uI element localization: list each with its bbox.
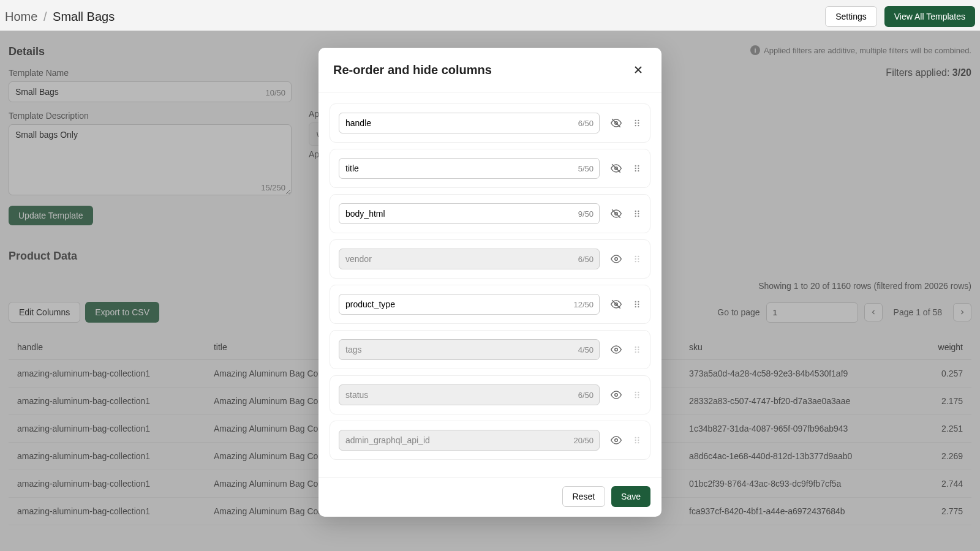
drag-handle-icon[interactable] bbox=[633, 208, 641, 219]
drag-handle-icon bbox=[633, 389, 641, 400]
drag-handle-icon[interactable] bbox=[633, 118, 641, 129]
svg-point-19 bbox=[638, 211, 639, 212]
eye-slash-icon bbox=[611, 163, 622, 174]
column-name-input bbox=[339, 384, 600, 405]
view-all-templates-button[interactable]: View All Templates bbox=[884, 6, 975, 27]
toggle-visibility-button[interactable] bbox=[608, 206, 624, 222]
breadcrumb-sep: / bbox=[43, 10, 47, 23]
column-name-input bbox=[339, 430, 600, 451]
svg-point-57 bbox=[638, 440, 639, 441]
column-counter: 6/50 bbox=[578, 391, 594, 400]
svg-point-5 bbox=[638, 122, 639, 124]
toggle-visibility-button[interactable] bbox=[608, 251, 624, 267]
column-name-input[interactable] bbox=[339, 113, 600, 133]
svg-point-26 bbox=[638, 256, 639, 257]
drag-handle-icon bbox=[633, 344, 641, 355]
eye-icon bbox=[611, 344, 622, 355]
svg-point-18 bbox=[635, 211, 636, 212]
column-name-input bbox=[339, 339, 600, 360]
svg-point-3 bbox=[638, 120, 639, 121]
svg-point-51 bbox=[635, 397, 636, 398]
column-item: 5/50 bbox=[330, 149, 650, 188]
drag-handle-icon[interactable] bbox=[633, 163, 641, 174]
svg-point-47 bbox=[635, 392, 636, 393]
svg-point-14 bbox=[635, 170, 636, 171]
modal-close-button[interactable] bbox=[630, 61, 647, 78]
svg-point-12 bbox=[635, 168, 636, 169]
drag-handle-icon bbox=[633, 435, 641, 446]
svg-point-25 bbox=[635, 256, 636, 257]
eye-icon bbox=[611, 253, 622, 264]
svg-point-48 bbox=[638, 392, 639, 393]
svg-point-6 bbox=[635, 125, 636, 126]
svg-point-20 bbox=[635, 213, 636, 214]
breadcrumb-current: Small Bags bbox=[53, 10, 115, 23]
save-button[interactable]: Save bbox=[611, 486, 650, 507]
column-item: 20/50 bbox=[330, 421, 650, 460]
eye-icon bbox=[611, 435, 622, 446]
svg-point-38 bbox=[638, 306, 639, 307]
svg-point-35 bbox=[635, 304, 636, 305]
toggle-visibility-button[interactable] bbox=[608, 432, 624, 448]
column-name-input[interactable] bbox=[339, 294, 600, 315]
svg-point-56 bbox=[635, 440, 636, 441]
svg-point-23 bbox=[638, 216, 639, 217]
svg-point-46 bbox=[615, 394, 618, 397]
svg-point-13 bbox=[638, 168, 639, 169]
drag-handle-icon bbox=[633, 253, 641, 264]
column-item: 4/50 bbox=[330, 330, 650, 369]
svg-point-39 bbox=[615, 348, 618, 351]
toggle-visibility-button[interactable] bbox=[608, 296, 624, 312]
svg-point-44 bbox=[635, 351, 636, 353]
svg-point-36 bbox=[638, 304, 639, 305]
toggle-visibility-button[interactable] bbox=[608, 387, 624, 403]
svg-point-55 bbox=[638, 437, 639, 438]
svg-point-30 bbox=[638, 261, 639, 262]
reset-button[interactable]: Reset bbox=[562, 486, 606, 507]
column-counter: 20/50 bbox=[573, 436, 594, 445]
column-name-input[interactable] bbox=[339, 203, 600, 224]
column-item: 12/50 bbox=[330, 285, 650, 324]
toggle-visibility-button[interactable] bbox=[608, 160, 624, 176]
column-counter: 4/50 bbox=[578, 345, 594, 354]
settings-button[interactable]: Settings bbox=[825, 6, 877, 27]
close-icon bbox=[632, 64, 644, 76]
svg-point-7 bbox=[638, 125, 639, 126]
eye-slash-icon bbox=[611, 299, 622, 310]
svg-point-11 bbox=[638, 165, 639, 167]
eye-slash-icon bbox=[611, 208, 622, 219]
svg-point-33 bbox=[635, 301, 636, 302]
drag-handle-icon[interactable] bbox=[633, 299, 641, 310]
svg-point-41 bbox=[638, 347, 639, 348]
svg-point-15 bbox=[638, 170, 639, 171]
svg-point-40 bbox=[635, 347, 636, 348]
svg-point-54 bbox=[635, 437, 636, 438]
svg-point-43 bbox=[638, 349, 639, 350]
svg-point-45 bbox=[638, 351, 639, 353]
svg-point-49 bbox=[635, 394, 636, 395]
column-item: 9/50 bbox=[330, 194, 650, 233]
svg-point-53 bbox=[615, 439, 618, 442]
svg-point-10 bbox=[635, 165, 636, 167]
svg-point-2 bbox=[635, 120, 636, 121]
svg-point-52 bbox=[638, 397, 639, 398]
breadcrumb: Home / Small Bags bbox=[5, 10, 115, 24]
svg-point-4 bbox=[635, 122, 636, 124]
svg-point-50 bbox=[638, 394, 639, 395]
svg-point-29 bbox=[635, 261, 636, 262]
column-counter: 12/50 bbox=[573, 300, 594, 309]
svg-point-42 bbox=[635, 349, 636, 350]
column-item: 6/50 bbox=[330, 103, 650, 143]
modal-overlay[interactable]: Re-order and hide columns 6/50 5/50 9/50 bbox=[0, 31, 980, 551]
column-name-input[interactable] bbox=[339, 158, 600, 179]
toggle-visibility-button[interactable] bbox=[608, 342, 624, 358]
svg-point-22 bbox=[635, 216, 636, 217]
column-counter: 6/50 bbox=[578, 119, 594, 128]
column-name-input bbox=[339, 249, 600, 269]
toggle-visibility-button[interactable] bbox=[608, 115, 624, 131]
svg-point-21 bbox=[638, 213, 639, 214]
column-counter: 6/50 bbox=[578, 255, 594, 264]
breadcrumb-home[interactable]: Home bbox=[5, 10, 37, 23]
modal-title: Re-order and hide columns bbox=[333, 63, 492, 77]
svg-point-59 bbox=[638, 442, 639, 443]
